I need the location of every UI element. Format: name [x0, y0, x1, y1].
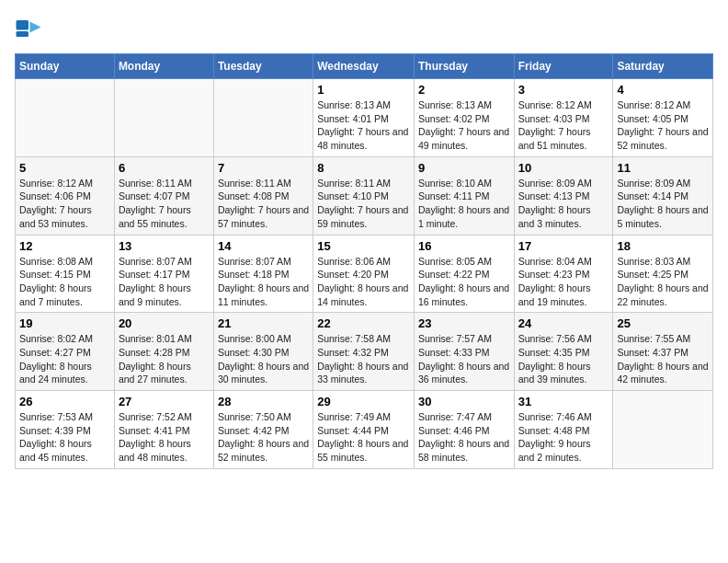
cell-text: Sunset: 4:07 PM	[119, 190, 210, 203]
cell-text: Sunset: 4:18 PM	[218, 268, 309, 282]
cell-text: Sunrise: 8:12 AM	[518, 98, 609, 112]
calendar-cell: 4Sunrise: 8:12 AMSunset: 4:05 PMDaylight…	[613, 79, 713, 157]
calendar-cell: 21Sunrise: 8:00 AMSunset: 4:30 PMDayligh…	[213, 313, 313, 391]
cell-text: Sunset: 4:46 PM	[418, 424, 510, 438]
week-row-1: 1Sunrise: 8:13 AMSunset: 4:01 PMDaylight…	[16, 79, 713, 157]
cell-text: Sunset: 4:25 PM	[617, 268, 709, 282]
day-number: 12	[19, 239, 110, 253]
day-number: 31	[518, 395, 609, 408]
calendar-cell: 8Sunrise: 8:11 AMSunset: 4:10 PMDaylight…	[313, 156, 415, 235]
calendar-cell: 15Sunrise: 8:06 AMSunset: 4:20 PMDayligh…	[313, 235, 415, 313]
cell-text: Daylight: 7 hours and 52 minutes.	[617, 125, 709, 152]
cell-text: Sunrise: 8:08 AM	[19, 255, 110, 269]
cell-text: Daylight: 8 hours and 11 minutes.	[218, 282, 309, 308]
calendar-cell: 5Sunrise: 8:12 AMSunset: 4:06 PMDaylight…	[16, 156, 115, 235]
cell-text: Daylight: 8 hours and 16 minutes.	[418, 282, 510, 308]
calendar-cell: 28Sunrise: 7:50 AMSunset: 4:42 PMDayligh…	[213, 391, 313, 469]
day-number: 3	[518, 83, 609, 97]
week-row-4: 19Sunrise: 8:02 AMSunset: 4:27 PMDayligh…	[16, 313, 713, 391]
day-number: 10	[518, 161, 609, 175]
cell-text: Sunset: 4:17 PM	[119, 268, 210, 282]
cell-text: Sunrise: 8:07 AM	[218, 255, 309, 269]
calendar-cell	[16, 79, 115, 157]
cell-text: Sunrise: 8:02 AM	[19, 332, 110, 346]
cell-text: Sunrise: 8:01 AM	[119, 332, 210, 346]
cell-text: Sunset: 4:22 PM	[418, 268, 510, 282]
logo	[15, 15, 46, 42]
svg-rect-0	[17, 20, 29, 30]
cell-text: Daylight: 7 hours and 51 minutes.	[518, 125, 609, 152]
cell-text: Daylight: 8 hours and 52 minutes.	[218, 437, 309, 464]
cell-text: Sunset: 4:44 PM	[317, 424, 410, 438]
calendar-cell: 10Sunrise: 8:09 AMSunset: 4:13 PMDayligh…	[514, 156, 613, 235]
cell-text: Daylight: 8 hours and 45 minutes.	[19, 437, 110, 464]
day-number: 4	[617, 83, 709, 97]
calendar-cell: 17Sunrise: 8:04 AMSunset: 4:23 PMDayligh…	[514, 235, 613, 313]
cell-text: Daylight: 7 hours and 57 minutes.	[218, 203, 309, 230]
day-number: 28	[218, 395, 309, 408]
cell-text: Sunrise: 8:11 AM	[317, 177, 410, 190]
day-number: 18	[617, 239, 709, 253]
cell-text: Sunrise: 8:11 AM	[119, 177, 210, 190]
cell-text: Daylight: 8 hours and 7 minutes.	[19, 282, 110, 308]
cell-text: Sunset: 4:08 PM	[218, 190, 309, 203]
cell-text: Sunrise: 7:57 AM	[418, 332, 510, 346]
calendar-cell: 12Sunrise: 8:08 AMSunset: 4:15 PMDayligh…	[16, 235, 115, 313]
cell-text: Sunrise: 8:12 AM	[617, 98, 709, 112]
cell-text: Sunrise: 8:13 AM	[418, 98, 510, 112]
calendar-cell: 25Sunrise: 7:55 AMSunset: 4:37 PMDayligh…	[613, 313, 713, 391]
calendar-cell: 31Sunrise: 7:46 AMSunset: 4:48 PMDayligh…	[514, 391, 613, 469]
cell-text: Sunset: 4:20 PM	[317, 268, 410, 282]
calendar-cell: 20Sunrise: 8:01 AMSunset: 4:28 PMDayligh…	[114, 313, 213, 391]
day-number: 9	[418, 161, 510, 175]
cell-text: Sunrise: 8:10 AM	[418, 177, 510, 190]
day-number: 13	[119, 239, 210, 253]
cell-text: Daylight: 7 hours and 55 minutes.	[119, 203, 210, 230]
cell-text: Daylight: 8 hours and 39 minutes.	[518, 360, 609, 386]
day-number: 5	[19, 161, 110, 175]
cell-text: Sunset: 4:06 PM	[19, 190, 110, 203]
day-number: 17	[518, 239, 609, 253]
calendar-cell: 13Sunrise: 8:07 AMSunset: 4:17 PMDayligh…	[114, 235, 213, 313]
cell-text: Daylight: 8 hours and 27 minutes.	[119, 360, 210, 386]
day-headers-row: SundayMondayTuesdayWednesdayThursdayFrid…	[16, 54, 713, 79]
day-number: 23	[418, 316, 510, 330]
cell-text: Sunrise: 8:06 AM	[317, 255, 410, 269]
calendar-cell: 1Sunrise: 8:13 AMSunset: 4:01 PMDaylight…	[313, 79, 415, 157]
day-header-saturday: Saturday	[613, 54, 713, 79]
calendar-cell: 30Sunrise: 7:47 AMSunset: 4:46 PMDayligh…	[414, 391, 514, 469]
calendar-cell	[613, 391, 713, 469]
day-number: 8	[317, 161, 410, 175]
cell-text: Daylight: 8 hours and 5 minutes.	[617, 203, 709, 230]
day-header-thursday: Thursday	[414, 54, 514, 79]
cell-text: Daylight: 8 hours and 30 minutes.	[218, 360, 309, 386]
cell-text: Sunrise: 7:47 AM	[418, 410, 510, 424]
cell-text: Sunset: 4:42 PM	[218, 424, 309, 438]
svg-rect-1	[17, 31, 29, 37]
cell-text: Daylight: 8 hours and 1 minute.	[418, 203, 510, 230]
week-row-3: 12Sunrise: 8:08 AMSunset: 4:15 PMDayligh…	[16, 235, 713, 313]
cell-text: Sunrise: 8:04 AM	[518, 255, 609, 269]
cell-text: Daylight: 7 hours and 49 minutes.	[418, 125, 510, 152]
cell-text: Sunrise: 7:55 AM	[617, 332, 709, 346]
calendar-table: SundayMondayTuesdayWednesdayThursdayFrid…	[15, 53, 713, 469]
cell-text: Sunset: 4:32 PM	[317, 346, 410, 360]
cell-text: Daylight: 8 hours and 3 minutes.	[518, 203, 609, 230]
svg-marker-2	[30, 22, 41, 33]
day-number: 24	[518, 316, 609, 330]
cell-text: Sunset: 4:48 PM	[518, 424, 609, 438]
day-number: 11	[617, 161, 709, 175]
week-row-5: 26Sunrise: 7:53 AMSunset: 4:39 PMDayligh…	[16, 391, 713, 469]
cell-text: Daylight: 8 hours and 33 minutes.	[317, 360, 410, 386]
day-number: 1	[317, 83, 410, 97]
cell-text: Sunrise: 8:03 AM	[617, 255, 709, 269]
day-header-sunday: Sunday	[16, 54, 115, 79]
cell-text: Sunrise: 7:49 AM	[317, 410, 410, 424]
calendar-cell: 16Sunrise: 8:05 AMSunset: 4:22 PMDayligh…	[414, 235, 514, 313]
day-number: 21	[218, 316, 309, 330]
cell-text: Sunset: 4:23 PM	[518, 268, 609, 282]
cell-text: Sunrise: 8:11 AM	[218, 177, 309, 190]
cell-text: Daylight: 8 hours and 9 minutes.	[119, 282, 210, 308]
cell-text: Sunset: 4:39 PM	[19, 424, 110, 438]
calendar-cell: 26Sunrise: 7:53 AMSunset: 4:39 PMDayligh…	[16, 391, 115, 469]
